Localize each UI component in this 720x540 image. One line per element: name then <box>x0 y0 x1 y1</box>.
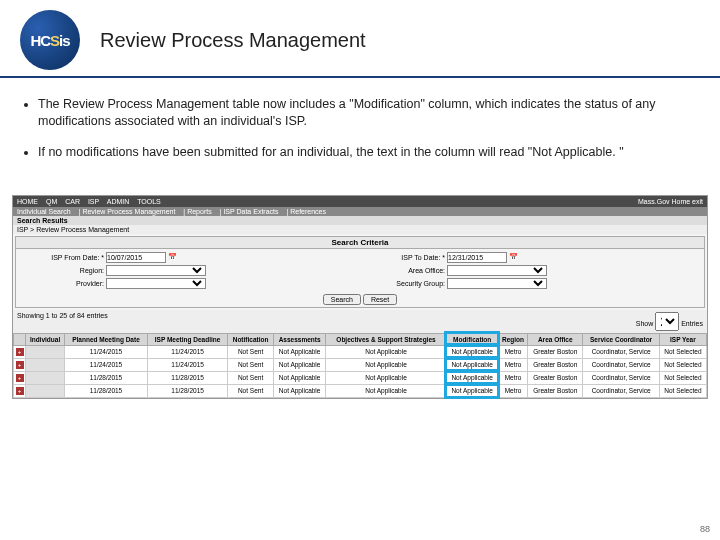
table-row: + xxxx 11/28/2015 11/28/2015 Not Sent No… <box>14 371 707 384</box>
col-planned-meeting[interactable]: Planned Meeting Date <box>65 333 148 345</box>
subnav-item[interactable]: Reports <box>187 208 212 215</box>
page-number: 88 <box>700 524 710 534</box>
cell-pmd: 11/24/2015 <box>65 345 148 358</box>
expand-icon[interactable]: + <box>16 374 24 382</box>
nav-item[interactable]: QM <box>46 198 57 205</box>
cell-ao: Greater Boston <box>528 345 583 358</box>
col-isp-year[interactable]: ISP Year <box>659 333 706 345</box>
isp-from-input[interactable] <box>106 252 166 263</box>
sub-nav: Individual Search | Review Process Manag… <box>13 207 707 216</box>
nav-item[interactable]: HOME <box>17 198 38 205</box>
calendar-icon[interactable]: 📅 <box>509 253 518 261</box>
breadcrumb: ISP > Review Process Management <box>13 225 707 234</box>
cell-sc: Coordinator, Service <box>583 371 659 384</box>
cell-modification: Not Applicable <box>446 345 498 358</box>
security-group-select[interactable] <box>447 278 547 289</box>
embedded-screenshot: HOME QM CAR ISP ADMIN TOOLS Mass.Gov Hom… <box>12 195 708 399</box>
cell-notif: Not Sent <box>228 384 273 397</box>
col-isp-deadline[interactable]: ISP Meeting Deadline <box>147 333 227 345</box>
subnav-item[interactable]: Individual Search <box>17 208 71 215</box>
cell-obj: Not Applicable <box>326 345 446 358</box>
col-modification[interactable]: Modification <box>446 333 498 345</box>
region-select[interactable] <box>106 265 206 276</box>
provider-label: Provider: <box>24 280 104 287</box>
subnav-item[interactable]: References <box>290 208 326 215</box>
bullet-item: If no modifications have been submitted … <box>38 144 692 161</box>
col-objectives[interactable]: Objectives & Support Strategies <box>326 333 446 345</box>
cell-region: Metro <box>498 384 527 397</box>
cell-obj: Not Applicable <box>326 358 446 371</box>
col-region[interactable]: Region <box>498 333 527 345</box>
bullet-list: The Review Process Management table now … <box>0 78 720 185</box>
nav-item[interactable]: ISP <box>88 198 99 205</box>
table-header-row: Individual Planned Meeting Date ISP Meet… <box>14 333 707 345</box>
cell-ao: Greater Boston <box>528 358 583 371</box>
cell-imd: 11/24/2015 <box>147 345 227 358</box>
cell-assess: Not Applicable <box>273 371 326 384</box>
cell-modification: Not Applicable <box>446 371 498 384</box>
col-expand <box>14 333 26 345</box>
col-notification[interactable]: Notification <box>228 333 273 345</box>
cell-region: Metro <box>498 345 527 358</box>
cell-yr: Not Selected <box>659 358 706 371</box>
cell-pmd: 11/28/2015 <box>65 384 148 397</box>
search-results-label: Search Results <box>13 216 707 225</box>
cell-notif: Not Sent <box>228 345 273 358</box>
table-row: + xxxx 11/24/2015 11/24/2015 Not Sent No… <box>14 345 707 358</box>
cell-assess: Not Applicable <box>273 358 326 371</box>
region-label: Region: <box>24 267 104 274</box>
entries-bar: Showing 1 to 25 of 84 entries Show 25 En… <box>13 310 707 333</box>
cell-imd: 11/28/2015 <box>147 384 227 397</box>
subnav-item[interactable]: ISP Data Extracts <box>223 208 278 215</box>
hcsis-logo: HCSis <box>20 10 80 70</box>
cell-individual: xxxx <box>26 384 65 397</box>
cell-individual: xxxx <box>26 345 65 358</box>
nav-right[interactable]: Mass.Gov Home exit <box>638 198 703 205</box>
review-process-table: Individual Planned Meeting Date ISP Meet… <box>13 333 707 398</box>
cell-ao: Greater Boston <box>528 384 583 397</box>
cell-imd: 11/24/2015 <box>147 358 227 371</box>
cell-assess: Not Applicable <box>273 345 326 358</box>
nav-item[interactable]: CAR <box>65 198 80 205</box>
cell-individual: xxxx <box>26 358 65 371</box>
cell-sc: Coordinator, Service <box>583 345 659 358</box>
calendar-icon[interactable]: 📅 <box>168 253 177 261</box>
expand-icon[interactable]: + <box>16 387 24 395</box>
cell-region: Metro <box>498 358 527 371</box>
area-office-label: Area Office: <box>365 267 445 274</box>
cell-assess: Not Applicable <box>273 384 326 397</box>
cell-notif: Not Sent <box>228 358 273 371</box>
nav-item[interactable]: ADMIN <box>107 198 130 205</box>
search-criteria-panel: Search Criteria ISP From Date: *📅 ISP To… <box>15 236 705 308</box>
reset-button[interactable]: Reset <box>363 294 397 305</box>
cell-individual: xxxx <box>26 371 65 384</box>
search-button[interactable]: Search <box>323 294 361 305</box>
nav-item[interactable]: TOOLS <box>137 198 161 205</box>
expand-icon[interactable]: + <box>16 348 24 356</box>
top-nav: HOME QM CAR ISP ADMIN TOOLS Mass.Gov Hom… <box>13 196 707 207</box>
subnav-item[interactable]: Review Process Management <box>82 208 175 215</box>
cell-sc: Coordinator, Service <box>583 384 659 397</box>
security-group-label: Security Group: <box>365 280 445 287</box>
cell-yr: Not Selected <box>659 384 706 397</box>
cell-yr: Not Selected <box>659 345 706 358</box>
cell-ao: Greater Boston <box>528 371 583 384</box>
col-area-office[interactable]: Area Office <box>528 333 583 345</box>
table-row: + xxxx 11/28/2015 11/28/2015 Not Sent No… <box>14 384 707 397</box>
col-individual[interactable]: Individual <box>26 333 65 345</box>
cell-region: Metro <box>498 371 527 384</box>
isp-to-input[interactable] <box>447 252 507 263</box>
cell-modification: Not Applicable <box>446 384 498 397</box>
cell-obj: Not Applicable <box>326 384 446 397</box>
col-assessments[interactable]: Assessments <box>273 333 326 345</box>
area-office-select[interactable] <box>447 265 547 276</box>
cell-imd: 11/28/2015 <box>147 371 227 384</box>
expand-icon[interactable]: + <box>16 361 24 369</box>
entries-select[interactable]: 25 <box>655 312 679 331</box>
bullet-item: The Review Process Management table now … <box>38 96 692 130</box>
slide-header: HCSis Review Process Management <box>0 0 720 78</box>
cell-pmd: 11/24/2015 <box>65 358 148 371</box>
cell-notif: Not Sent <box>228 371 273 384</box>
provider-select[interactable] <box>106 278 206 289</box>
col-service-coordinator[interactable]: Service Coordinator <box>583 333 659 345</box>
